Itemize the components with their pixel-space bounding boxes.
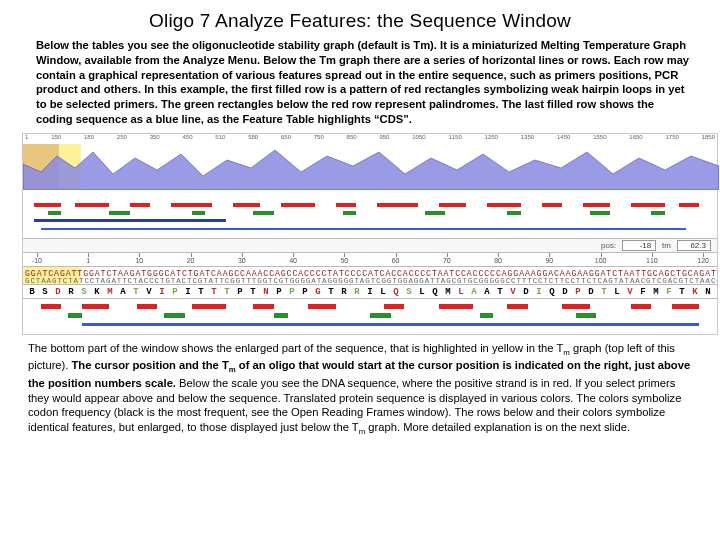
aa-cell: M — [649, 286, 663, 298]
aa-cell: G — [311, 286, 325, 298]
aa-cell: T — [675, 286, 689, 298]
aa-cell: V — [506, 286, 520, 298]
aa-cell: T — [129, 286, 143, 298]
aa-cell: K — [90, 286, 104, 298]
aa-cell: N — [701, 286, 715, 298]
tm-graph: 1150180250350450510580650750850950105011… — [23, 134, 717, 190]
outro-paragraph: The bottom part of the window shows the … — [28, 341, 692, 438]
aa-cell: V — [142, 286, 156, 298]
aa-cell: K — [688, 286, 702, 298]
protein-row: BSDRSKMATVIPITTTPTNPPPGTRRILQSLQMLAATVDI… — [23, 285, 717, 299]
dna-sequence-row: GGATCAGATTGGATCTAAGATGGGCATCTGATCAAGCCAA… — [23, 267, 717, 285]
aa-cell: D — [584, 286, 598, 298]
aa-cell: T — [324, 286, 338, 298]
feature-row-hairpin — [27, 202, 713, 208]
feature-row-primer — [27, 218, 713, 224]
aa-cell: T — [246, 286, 260, 298]
aa-cell: L — [415, 286, 429, 298]
aa-cell: B — [25, 286, 39, 298]
aa-cell: V — [623, 286, 637, 298]
feature-row-palindrome — [27, 210, 713, 216]
aa-cell: S — [402, 286, 416, 298]
aa-cell: I — [181, 286, 195, 298]
feature-row-empty — [27, 194, 713, 200]
aa-cell: D — [51, 286, 65, 298]
aa-cell: R — [64, 286, 78, 298]
aa-cell: P — [233, 286, 247, 298]
aa-cell: D — [519, 286, 533, 298]
big-row-palindrome — [27, 312, 713, 319]
aa-cell: Q — [545, 286, 559, 298]
position-scale: -101102030405060708090100110120 — [23, 253, 717, 267]
aa-cell: P — [571, 286, 585, 298]
pos-label: pos: — [601, 241, 616, 250]
aa-cell: A — [480, 286, 494, 298]
aa-cell: T — [207, 286, 221, 298]
tm-curve — [23, 144, 719, 190]
aa-cell: P — [285, 286, 299, 298]
tm-label: tm — [662, 241, 671, 250]
aa-cell: Q — [389, 286, 403, 298]
aa-cell: L — [376, 286, 390, 298]
tm-value: 62.3 — [677, 240, 711, 251]
aa-cell: N — [259, 286, 273, 298]
dna-minus-strand: GCTAAGTCTATCCTAGATTCTACCCTGTACTCGTATTCGG… — [25, 277, 715, 285]
feature-rows-mini — [23, 190, 717, 239]
feature-row-cds — [27, 226, 713, 232]
cursor-readout: pos: -18 tm 62.3 — [23, 239, 717, 253]
aa-cell: T — [493, 286, 507, 298]
aa-cell: S — [38, 286, 52, 298]
aa-cell: P — [168, 286, 182, 298]
intro-paragraph: Below the tables you see the oligonucleo… — [36, 38, 692, 127]
aa-cell: T — [597, 286, 611, 298]
aa-cell: M — [441, 286, 455, 298]
aa-cell: F — [662, 286, 676, 298]
sequence-window-screenshot: 1150180250350450510580650750850950105011… — [22, 133, 718, 335]
page-title: Oligo 7 Analyze Features: the Sequence W… — [22, 10, 698, 32]
aa-cell: R — [337, 286, 351, 298]
aa-cell: I — [155, 286, 169, 298]
feature-rows-enlarged — [23, 299, 717, 334]
aa-cell: A — [116, 286, 130, 298]
aa-cell: A — [467, 286, 481, 298]
aa-cell: P — [272, 286, 286, 298]
big-row-cds — [27, 321, 713, 328]
aa-cell: F — [636, 286, 650, 298]
aa-cell: D — [558, 286, 572, 298]
aa-cell: I — [532, 286, 546, 298]
big-row-hairpin — [27, 303, 713, 310]
tm-ruler: 1150180250350450510580650750850950105011… — [23, 134, 717, 144]
aa-cell: I — [363, 286, 377, 298]
aa-cell: L — [610, 286, 624, 298]
aa-cell: T — [220, 286, 234, 298]
aa-cell: Q — [428, 286, 442, 298]
aa-cell: R — [350, 286, 364, 298]
aa-cell: L — [454, 286, 468, 298]
aa-cell: M — [103, 286, 117, 298]
aa-cell: T — [194, 286, 208, 298]
aa-cell: S — [77, 286, 91, 298]
pos-value: -18 — [622, 240, 656, 251]
aa-cell: P — [298, 286, 312, 298]
